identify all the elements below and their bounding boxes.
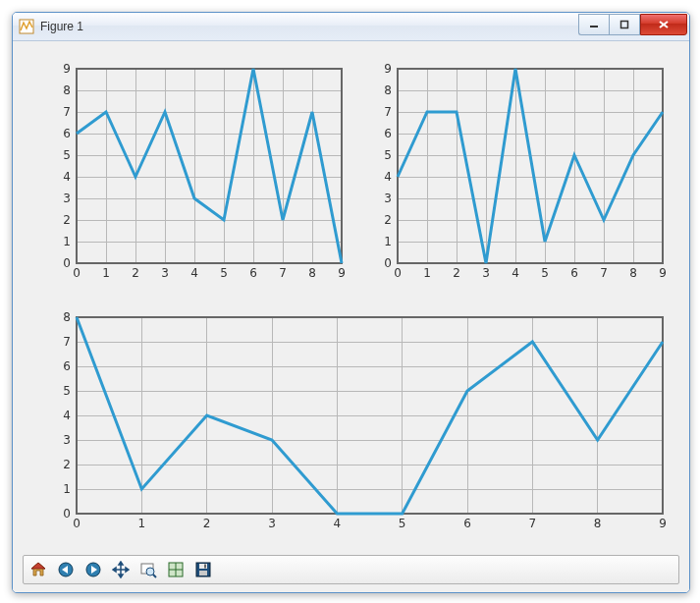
pan-button[interactable]: [108, 558, 134, 581]
home-icon: [29, 561, 47, 578]
save-button[interactable]: [190, 558, 216, 581]
svg-text:4: 4: [384, 170, 392, 184]
svg-text:5: 5: [63, 148, 71, 162]
svg-point-139: [146, 568, 154, 576]
svg-text:0: 0: [63, 507, 71, 521]
svg-text:8: 8: [594, 517, 602, 530]
svg-text:8: 8: [63, 83, 71, 97]
svg-text:8: 8: [308, 266, 316, 280]
svg-text:1: 1: [384, 235, 392, 248]
svg-text:0: 0: [73, 266, 81, 280]
svg-text:8: 8: [63, 311, 71, 324]
svg-text:4: 4: [512, 266, 519, 280]
svg-text:2: 2: [63, 213, 71, 227]
svg-text:0: 0: [63, 256, 71, 270]
save-icon: [194, 561, 212, 578]
forward-icon: [84, 561, 102, 578]
svg-text:7: 7: [600, 266, 608, 280]
svg-text:0: 0: [384, 256, 392, 270]
pan-icon: [112, 561, 130, 578]
chart-top-right: 01234567890123456789: [370, 63, 669, 283]
svg-text:0: 0: [73, 517, 81, 530]
svg-rect-2: [621, 22, 628, 28]
chart-top-left: 01234567890123456789: [49, 63, 348, 283]
svg-text:1: 1: [102, 266, 110, 280]
svg-text:3: 3: [384, 192, 392, 205]
svg-text:7: 7: [63, 105, 71, 119]
svg-text:1: 1: [63, 482, 71, 496]
svg-rect-147: [204, 565, 206, 569]
maximize-button[interactable]: [609, 14, 640, 35]
svg-rect-66: [398, 69, 663, 263]
svg-text:2: 2: [453, 266, 460, 280]
svg-text:2: 2: [203, 517, 211, 530]
svg-marker-134: [119, 562, 123, 565]
svg-text:4: 4: [334, 517, 342, 530]
svg-text:1: 1: [423, 266, 431, 280]
svg-text:9: 9: [659, 266, 667, 280]
zoom-icon: [139, 561, 157, 578]
svg-text:6: 6: [249, 266, 257, 280]
app-icon: [19, 19, 34, 34]
figure-window: Figure 1 0123456789012345678901234567890…: [12, 12, 690, 593]
svg-text:5: 5: [541, 266, 549, 280]
svg-text:6: 6: [570, 266, 578, 280]
svg-text:9: 9: [659, 517, 667, 530]
figure-canvas[interactable]: 0123456789012345678901234567890123456789…: [23, 49, 679, 554]
navigation-toolbar: [23, 555, 679, 584]
svg-text:2: 2: [384, 213, 392, 227]
configure-subplots-button[interactable]: [163, 558, 188, 581]
window-title: Figure 1: [38, 20, 574, 33]
subplots-icon: [167, 561, 185, 578]
forward-button[interactable]: [81, 558, 106, 581]
svg-text:9: 9: [338, 266, 346, 280]
svg-text:9: 9: [384, 63, 392, 76]
svg-text:2: 2: [63, 458, 71, 471]
svg-text:4: 4: [63, 409, 71, 422]
svg-text:8: 8: [384, 83, 392, 97]
svg-text:7: 7: [63, 335, 71, 349]
svg-text:5: 5: [384, 148, 392, 162]
svg-line-140: [153, 575, 156, 577]
svg-text:4: 4: [190, 266, 198, 280]
svg-text:5: 5: [399, 517, 406, 530]
zoom-button[interactable]: [135, 558, 161, 581]
svg-text:3: 3: [63, 433, 71, 447]
svg-rect-25: [77, 69, 342, 263]
svg-text:3: 3: [482, 266, 490, 280]
svg-text:7: 7: [279, 266, 287, 280]
svg-text:5: 5: [220, 266, 228, 280]
figure-content: 0123456789012345678901234567890123456789…: [13, 41, 689, 592]
svg-text:3: 3: [161, 266, 169, 280]
svg-marker-127: [31, 563, 45, 569]
back-button[interactable]: [53, 558, 79, 581]
svg-text:7: 7: [384, 105, 392, 119]
svg-text:3: 3: [268, 517, 276, 530]
svg-text:1: 1: [63, 235, 71, 248]
svg-text:3: 3: [63, 192, 71, 205]
svg-text:1: 1: [138, 517, 146, 530]
titlebar: Figure 1: [13, 13, 689, 41]
svg-text:7: 7: [529, 517, 537, 530]
svg-rect-146: [199, 571, 207, 576]
svg-marker-137: [126, 568, 129, 572]
svg-text:0: 0: [394, 266, 402, 280]
minimize-button[interactable]: [578, 14, 609, 35]
svg-text:2: 2: [132, 266, 139, 280]
chart-bottom: 0123456789012345678: [49, 311, 669, 533]
svg-text:4: 4: [63, 170, 71, 184]
svg-text:6: 6: [63, 127, 71, 140]
svg-text:6: 6: [384, 127, 392, 140]
close-button[interactable]: [640, 14, 687, 35]
svg-text:5: 5: [63, 384, 71, 398]
back-icon: [57, 561, 75, 578]
home-button[interactable]: [26, 558, 51, 581]
svg-marker-135: [119, 575, 123, 577]
svg-text:6: 6: [63, 359, 71, 373]
svg-text:8: 8: [629, 266, 637, 280]
svg-text:9: 9: [63, 63, 71, 76]
svg-text:6: 6: [463, 517, 471, 530]
svg-marker-136: [113, 568, 116, 572]
